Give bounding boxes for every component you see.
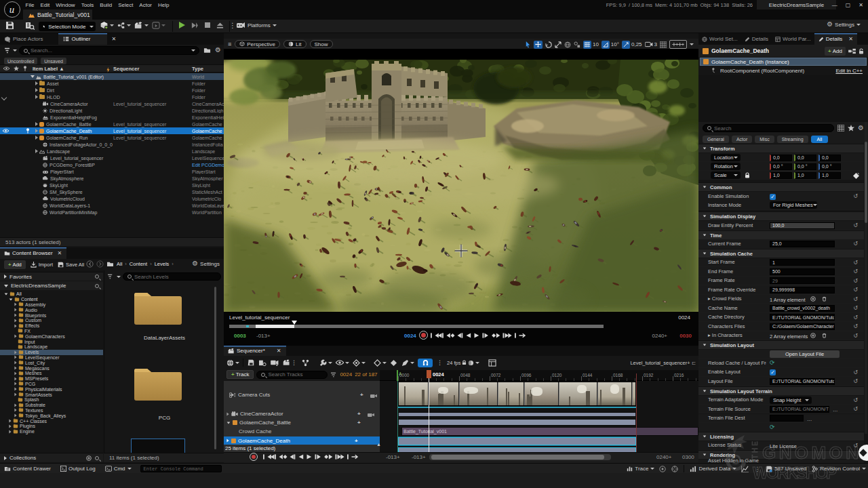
svg-text:u: u	[9, 4, 14, 15]
